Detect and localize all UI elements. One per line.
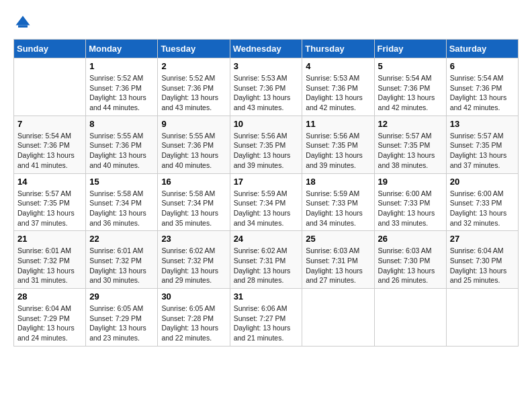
calendar-cell: 11Sunrise: 5:56 AMSunset: 7:35 PMDayligh…: [302, 116, 374, 173]
day-number: 29: [89, 291, 154, 302]
calendar-cell: 22Sunrise: 6:01 AMSunset: 7:32 PMDayligh…: [86, 231, 158, 289]
day-info: Sunrise: 5:56 AMSunset: 7:35 PMDaylight:…: [306, 131, 370, 171]
day-number: 8: [89, 119, 154, 129]
day-info: Sunrise: 5:52 AMSunset: 7:36 PMDaylight:…: [89, 73, 154, 113]
day-number: 23: [161, 234, 226, 244]
calendar-cell: 10Sunrise: 5:56 AMSunset: 7:35 PMDayligh…: [230, 116, 302, 173]
day-info: Sunrise: 5:54 AMSunset: 7:36 PMDaylight:…: [17, 131, 82, 171]
day-number: 30: [161, 291, 226, 302]
day-number: 2: [161, 61, 226, 71]
day-info: Sunrise: 6:01 AMSunset: 7:32 PMDaylight:…: [89, 246, 154, 285]
day-info: Sunrise: 6:02 AMSunset: 7:31 PMDaylight:…: [234, 246, 299, 285]
calendar-cell: 2Sunrise: 5:52 AMSunset: 7:36 PMDaylight…: [158, 58, 230, 116]
day-number: 9: [161, 119, 226, 129]
calendar-cell: 25Sunrise: 6:03 AMSunset: 7:31 PMDayligh…: [302, 231, 374, 289]
day-number: 1: [89, 61, 154, 71]
svg-rect-1: [18, 26, 28, 28]
day-number: 12: [378, 119, 443, 129]
svg-marker-0: [16, 16, 30, 26]
calendar-cell: 5Sunrise: 5:54 AMSunset: 7:36 PMDaylight…: [374, 58, 446, 116]
day-info: Sunrise: 5:54 AMSunset: 7:36 PMDaylight:…: [378, 73, 443, 113]
day-number: 22: [89, 234, 154, 244]
calendar-cell: 29Sunrise: 6:05 AMSunset: 7:29 PMDayligh…: [86, 289, 158, 347]
day-number: 19: [378, 177, 443, 187]
day-info: Sunrise: 6:05 AMSunset: 7:29 PMDaylight:…: [89, 304, 154, 343]
day-number: 31: [234, 291, 299, 302]
calendar-week-row: 14Sunrise: 5:57 AMSunset: 7:35 PMDayligh…: [14, 173, 519, 231]
calendar-cell: 16Sunrise: 5:58 AMSunset: 7:34 PMDayligh…: [158, 173, 230, 231]
calendar-week-row: 1Sunrise: 5:52 AMSunset: 7:36 PMDaylight…: [14, 58, 519, 116]
column-header-friday: Friday: [374, 40, 446, 58]
day-number: 13: [450, 119, 515, 129]
calendar-week-row: 28Sunrise: 6:04 AMSunset: 7:29 PMDayligh…: [14, 289, 519, 347]
day-number: 5: [378, 61, 443, 71]
calendar-cell: 23Sunrise: 6:02 AMSunset: 7:32 PMDayligh…: [158, 231, 230, 289]
day-info: Sunrise: 5:54 AMSunset: 7:36 PMDaylight:…: [450, 73, 515, 113]
day-info: Sunrise: 5:57 AMSunset: 7:35 PMDaylight:…: [17, 189, 82, 228]
day-number: 17: [234, 177, 299, 187]
day-info: Sunrise: 6:03 AMSunset: 7:31 PMDaylight:…: [306, 246, 370, 285]
day-info: Sunrise: 5:59 AMSunset: 7:34 PMDaylight:…: [234, 189, 299, 228]
calendar-cell: 21Sunrise: 6:01 AMSunset: 7:32 PMDayligh…: [14, 231, 86, 289]
day-number: 16: [161, 177, 226, 187]
calendar-cell: 28Sunrise: 6:04 AMSunset: 7:29 PMDayligh…: [14, 289, 86, 347]
day-info: Sunrise: 6:00 AMSunset: 7:33 PMDaylight:…: [450, 189, 515, 228]
calendar-cell: 31Sunrise: 6:06 AMSunset: 7:27 PMDayligh…: [230, 289, 302, 347]
day-number: 10: [234, 119, 299, 129]
day-number: 11: [306, 119, 370, 129]
calendar-cell: 14Sunrise: 5:57 AMSunset: 7:35 PMDayligh…: [14, 173, 86, 231]
column-header-monday: Monday: [86, 40, 158, 58]
calendar-week-row: 7Sunrise: 5:54 AMSunset: 7:36 PMDaylight…: [14, 116, 519, 173]
column-header-sunday: Sunday: [14, 40, 86, 58]
calendar-cell: 8Sunrise: 5:55 AMSunset: 7:36 PMDaylight…: [86, 116, 158, 173]
calendar-cell: 3Sunrise: 5:53 AMSunset: 7:36 PMDaylight…: [230, 58, 302, 116]
column-header-thursday: Thursday: [302, 40, 374, 58]
day-number: 26: [378, 234, 443, 244]
day-info: Sunrise: 6:04 AMSunset: 7:29 PMDaylight:…: [17, 304, 82, 343]
column-header-wednesday: Wednesday: [230, 40, 302, 58]
day-info: Sunrise: 5:57 AMSunset: 7:35 PMDaylight:…: [450, 131, 515, 171]
day-info: Sunrise: 5:55 AMSunset: 7:36 PMDaylight:…: [161, 131, 226, 171]
day-info: Sunrise: 6:00 AMSunset: 7:33 PMDaylight:…: [378, 189, 443, 228]
day-info: Sunrise: 5:53 AMSunset: 7:36 PMDaylight:…: [234, 73, 299, 113]
day-number: 6: [450, 61, 515, 71]
day-info: Sunrise: 5:53 AMSunset: 7:36 PMDaylight:…: [306, 73, 370, 113]
calendar-cell: 24Sunrise: 6:02 AMSunset: 7:31 PMDayligh…: [230, 231, 302, 289]
calendar-cell: 6Sunrise: 5:54 AMSunset: 7:36 PMDaylight…: [446, 58, 518, 116]
calendar-cell: 9Sunrise: 5:55 AMSunset: 7:36 PMDaylight…: [158, 116, 230, 173]
day-info: Sunrise: 6:06 AMSunset: 7:27 PMDaylight:…: [234, 304, 299, 343]
calendar-cell: 13Sunrise: 5:57 AMSunset: 7:35 PMDayligh…: [446, 116, 518, 173]
day-info: Sunrise: 5:52 AMSunset: 7:36 PMDaylight:…: [161, 73, 226, 113]
calendar-cell: 15Sunrise: 5:58 AMSunset: 7:34 PMDayligh…: [86, 173, 158, 231]
calendar-cell: 30Sunrise: 6:05 AMSunset: 7:28 PMDayligh…: [158, 289, 230, 347]
logo: [13, 13, 35, 32]
day-number: 28: [17, 291, 82, 302]
day-info: Sunrise: 5:57 AMSunset: 7:35 PMDaylight:…: [378, 131, 443, 171]
calendar-header-row: SundayMondayTuesdayWednesdayThursdayFrid…: [14, 40, 519, 58]
calendar-table: SundayMondayTuesdayWednesdayThursdayFrid…: [13, 39, 519, 347]
day-number: 18: [306, 177, 370, 187]
calendar-cell: 7Sunrise: 5:54 AMSunset: 7:36 PMDaylight…: [14, 116, 86, 173]
calendar-cell: 27Sunrise: 6:04 AMSunset: 7:30 PMDayligh…: [446, 231, 518, 289]
calendar-cell: 26Sunrise: 6:03 AMSunset: 7:30 PMDayligh…: [374, 231, 446, 289]
calendar-cell: 18Sunrise: 5:59 AMSunset: 7:33 PMDayligh…: [302, 173, 374, 231]
calendar-cell: 12Sunrise: 5:57 AMSunset: 7:35 PMDayligh…: [374, 116, 446, 173]
day-info: Sunrise: 5:56 AMSunset: 7:35 PMDaylight:…: [234, 131, 299, 171]
calendar-cell: 1Sunrise: 5:52 AMSunset: 7:36 PMDaylight…: [86, 58, 158, 116]
column-header-tuesday: Tuesday: [158, 40, 230, 58]
calendar-week-row: 21Sunrise: 6:01 AMSunset: 7:32 PMDayligh…: [14, 231, 519, 289]
calendar-cell: 4Sunrise: 5:53 AMSunset: 7:36 PMDaylight…: [302, 58, 374, 116]
day-info: Sunrise: 6:04 AMSunset: 7:30 PMDaylight:…: [450, 246, 515, 285]
day-number: 7: [17, 119, 82, 129]
day-number: 15: [89, 177, 154, 187]
day-info: Sunrise: 5:58 AMSunset: 7:34 PMDaylight:…: [89, 189, 154, 228]
day-info: Sunrise: 5:58 AMSunset: 7:34 PMDaylight:…: [161, 189, 226, 228]
day-info: Sunrise: 6:02 AMSunset: 7:32 PMDaylight:…: [161, 246, 226, 285]
day-info: Sunrise: 5:59 AMSunset: 7:33 PMDaylight:…: [306, 189, 370, 228]
day-info: Sunrise: 6:01 AMSunset: 7:32 PMDaylight:…: [17, 246, 82, 285]
calendar-cell: [374, 289, 446, 347]
calendar-cell: [302, 289, 374, 347]
calendar-cell: [446, 289, 518, 347]
page-header: [13, 13, 519, 32]
day-number: 25: [306, 234, 370, 244]
